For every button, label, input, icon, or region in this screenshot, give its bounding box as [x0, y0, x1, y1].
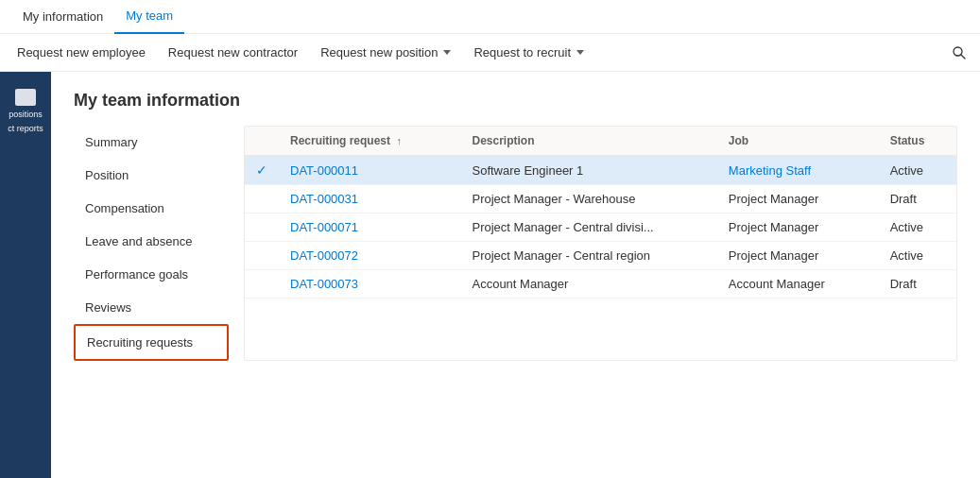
left-nav: Summary Position Compensation Leave and … [74, 126, 244, 361]
nav-my-team[interactable]: My team [114, 0, 184, 34]
content-area: My team information Summary Position Com… [51, 72, 980, 478]
cell-description: Account Manager [460, 270, 716, 299]
cell-description: Software Engineer 1 [460, 156, 716, 185]
recruiting-requests-table: Recruiting request ↑ Description Job Sta… [244, 126, 957, 361]
cell-status: Draft [879, 270, 956, 299]
chevron-down-icon [443, 50, 451, 55]
cell-status: Draft [879, 185, 956, 213]
search-icon [952, 45, 967, 60]
svg-line-1 [961, 55, 965, 59]
table-row[interactable]: DAT-000071Project Manager - Central divi… [245, 213, 956, 242]
cell-job: Project Manager [717, 242, 879, 270]
request-new-employee-button[interactable]: Request new employee [8, 40, 155, 65]
cell-description: Project Manager - Central region [460, 242, 716, 270]
col-description: Description [460, 127, 716, 156]
check-mark-icon: ✓ [256, 162, 267, 178]
nav-recruiting-requests[interactable]: Recruiting requests [74, 324, 229, 361]
col-recruiting-request[interactable]: Recruiting request ↑ [279, 127, 460, 156]
sidebar-item-positions[interactable]: positions ct reports [0, 79, 51, 144]
search-button[interactable] [946, 40, 972, 66]
table-row[interactable]: DAT-000072Project Manager - Central regi… [245, 242, 956, 270]
cell-status: Active [879, 156, 956, 185]
col-job: Job [717, 127, 879, 156]
cell-description: Project Manager - Warehouse [460, 185, 716, 213]
table-row[interactable]: ✓DAT-000011Software Engineer 1Marketing … [245, 156, 956, 185]
cell-recruiting-request[interactable]: DAT-000031 [279, 185, 460, 213]
cell-recruiting-request[interactable]: DAT-000072 [279, 242, 460, 270]
sort-asc-icon: ↑ [396, 135, 402, 146]
request-to-recruit-button[interactable]: Request to recruit [464, 40, 593, 65]
request-new-position-button[interactable]: Request new position [311, 40, 460, 65]
nav-leave-absence[interactable]: Leave and absence [74, 225, 229, 258]
col-check [245, 127, 279, 156]
col-status: Status [879, 127, 956, 156]
cell-status: Active [879, 242, 956, 270]
cell-recruiting-request[interactable]: DAT-000071 [279, 213, 460, 242]
table-header-row: Recruiting request ↑ Description Job Sta… [245, 127, 956, 156]
chevron-down-icon [576, 50, 584, 55]
toolbar: Request new employee Request new contrac… [0, 34, 980, 72]
nav-performance-goals[interactable]: Performance goals [74, 258, 229, 291]
cell-recruiting-request[interactable]: DAT-000011 [279, 156, 460, 185]
table-row[interactable]: DAT-000031Project Manager - WarehousePro… [245, 185, 956, 213]
content-inner: Summary Position Compensation Leave and … [74, 126, 957, 361]
left-sidebar: positions ct reports [0, 72, 51, 478]
nav-reviews[interactable]: Reviews [74, 291, 229, 324]
cell-job[interactable]: Marketing Staff [717, 156, 879, 185]
nav-summary[interactable]: Summary [74, 126, 229, 159]
request-new-contractor-button[interactable]: Request new contractor [159, 40, 307, 65]
page-title: My team information [74, 91, 957, 111]
main-layout: positions ct reports My team information… [0, 72, 980, 478]
row-check: ✓ [245, 156, 279, 185]
nav-position[interactable]: Position [74, 159, 229, 192]
cell-status: Active [879, 213, 956, 242]
positions-icon [15, 89, 36, 106]
cell-description: Project Manager - Central divisi... [460, 213, 716, 242]
nav-compensation[interactable]: Compensation [74, 192, 229, 225]
cell-recruiting-request[interactable]: DAT-000073 [279, 270, 460, 299]
cell-job: Project Manager [717, 213, 879, 242]
nav-my-information[interactable]: My information [11, 0, 114, 34]
row-check [245, 213, 279, 242]
row-check [245, 270, 279, 299]
cell-job: Project Manager [717, 185, 879, 213]
table-row[interactable]: DAT-000073Account ManagerAccount Manager… [245, 270, 956, 299]
row-check [245, 242, 279, 270]
cell-job: Account Manager [717, 270, 879, 299]
row-check [245, 185, 279, 213]
top-navigation: My information My team [0, 0, 980, 34]
